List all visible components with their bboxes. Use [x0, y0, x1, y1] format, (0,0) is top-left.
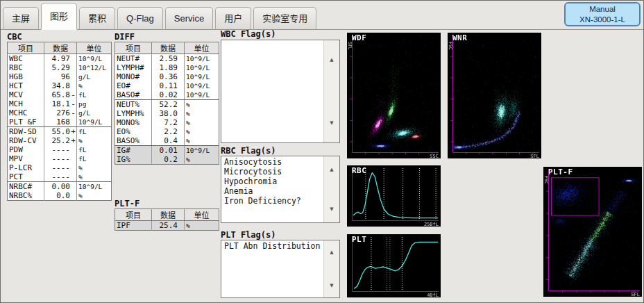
param-name: BASO# [115, 90, 152, 100]
param-value: 5.29 [52, 63, 71, 72]
param-data-cell: 276- [44, 108, 77, 117]
param-value: 18.1 [52, 99, 71, 108]
tab-strip: 主屏图形累积Q-FlagService用户实验室专用 [3, 3, 316, 30]
column-header: 项目 [8, 42, 44, 54]
table-row: PLT &F16810^9/L [8, 117, 112, 127]
param-data-cell: 0.0 [44, 191, 77, 201]
param-name: MCV [8, 90, 44, 99]
plt-flags-listbox[interactable]: PLT Abn Distribution ▲ ▼ [221, 240, 340, 298]
param-name: P-LCR [8, 163, 44, 172]
table-row: MCHC276-g/L [8, 108, 112, 117]
scroll-down-icon[interactable]: ▼ [324, 206, 339, 212]
param-unit: % [77, 163, 112, 172]
param-name: NRBC% [8, 191, 44, 201]
param-data-cell: 96 [44, 72, 77, 81]
param-value: 34.8 [52, 81, 71, 90]
diff-results-table: 项目数据单位NEUT#2.5910^9/LLYMPH#1.8910^9/LMON… [115, 42, 219, 165]
param-data-cell: 0.00 [44, 182, 77, 192]
param-name: BASO% [115, 136, 152, 146]
scroll-up-icon[interactable]: ▲ [324, 57, 339, 63]
pltf-scattergram: PLT-F FSC SFL [543, 167, 642, 297]
plot-title: WDF [352, 33, 366, 42]
flag-item: Iron Deficiency? [224, 196, 321, 206]
param-name: NEUT# [115, 54, 152, 64]
abnormal-flag: - [70, 90, 76, 99]
param-value: 7.2 [164, 118, 178, 127]
param-value: ---- [52, 163, 71, 172]
param-unit: 10^9/L [185, 72, 219, 81]
param-data-cell: 18.1- [44, 99, 77, 108]
table-row: NRBC#0.0010^9/L [8, 182, 112, 192]
param-value: 25.4 [160, 221, 178, 230]
plot-title: RBC [352, 166, 366, 175]
param-name: NRBC# [8, 182, 44, 192]
param-value: 38.0 [160, 109, 178, 118]
flag-item: Hypochromia [224, 177, 321, 186]
abnormal-flag: + [70, 127, 76, 136]
param-data-cell: 0.02 [152, 90, 185, 100]
param-data-cell: 4.97 [44, 54, 77, 64]
abnormal-flag: + [70, 136, 76, 145]
cbc-results-table: 项目数据单位WBC4.9710^9/LRBC5.2910^12/LHGB96g/… [7, 42, 112, 201]
param-data-cell: ---- [44, 145, 77, 154]
table-row: BASO%0.4% [115, 136, 219, 146]
param-data-cell: 5.29 [44, 63, 77, 72]
param-value: 2.59 [160, 54, 178, 63]
rbc-flags-scrollbar[interactable]: ▲ ▼ [323, 156, 339, 222]
tab-5[interactable]: 用户 [215, 7, 251, 30]
scroll-up-icon[interactable]: ▲ [324, 249, 339, 255]
plot-ylabel: FSC [543, 176, 549, 184]
param-value: 96 [61, 72, 70, 81]
param-value: 0.11 [160, 81, 178, 90]
param-value: 0.01 [160, 146, 178, 155]
wbc-flags-listbox[interactable]: ▲ ▼ [221, 40, 340, 143]
param-data-cell: 34.8 [44, 81, 77, 90]
plt-flags-scrollbar[interactable]: ▲ ▼ [323, 240, 339, 297]
table-row: PDW----fL [8, 145, 112, 154]
tab-0[interactable]: 主屏 [3, 7, 39, 30]
scroll-down-icon[interactable]: ▼ [324, 120, 339, 126]
param-unit: % [185, 221, 219, 231]
table-row: NRBC%0.0% [8, 191, 112, 201]
column-header: 项目 [115, 42, 152, 54]
rbc-flags-section-title: RBC Flag(s) [221, 146, 276, 156]
param-name: MPV [8, 154, 44, 163]
scroll-up-icon[interactable]: ▲ [324, 167, 339, 172]
param-unit: % [185, 136, 219, 146]
param-name: MCH [8, 99, 44, 108]
table-row: LYMPH%38.0% [115, 109, 219, 118]
plot-title: PLT [352, 235, 366, 244]
param-value: ---- [52, 172, 71, 181]
param-name: EO# [115, 81, 152, 90]
wbc-flags-scrollbar[interactable]: ▲ ▼ [323, 40, 339, 142]
scroll-down-icon[interactable]: ▼ [324, 283, 339, 288]
tab-4[interactable]: Service [165, 7, 213, 30]
param-value: 4.97 [52, 54, 71, 63]
param-name: PDW [8, 145, 44, 154]
rbc-flags-list: AnisocytosisMicrocytosisHypochromiaAnemi… [221, 156, 323, 222]
param-value: ---- [52, 154, 71, 163]
tbl-diff-grid: 项目数据单位NEUT#2.5910^9/LLYMPH#1.8910^9/LMON… [115, 42, 219, 165]
param-data-cell: 0.2 [152, 155, 185, 165]
tab-2[interactable]: 累积 [79, 7, 115, 30]
param-value: 276 [56, 108, 70, 117]
tab-6[interactable]: 实验室专用 [253, 7, 316, 30]
param-unit: 10^9/L [185, 54, 219, 64]
param-name: RDW-CV [8, 136, 44, 145]
plot-ylabel: SFL [347, 42, 353, 50]
mode-label: Manual [589, 4, 616, 15]
param-data-cell: 2.2 [152, 127, 185, 136]
table-row: IG%0.2% [115, 155, 219, 165]
analyzer-mode-button[interactable]: Manual XN-3000-1-L [564, 2, 641, 26]
param-unit: % [77, 191, 112, 201]
param-name: PCT [8, 172, 44, 182]
param-unit: % [185, 118, 219, 127]
param-value: 168 [56, 117, 70, 126]
plot-ylabel: FSC [448, 42, 453, 50]
tab-1[interactable]: 图形 [41, 3, 77, 30]
tab-3[interactable]: Q-Flag [117, 7, 163, 30]
param-unit: % [77, 81, 112, 90]
plot-xlabel: SSC [430, 154, 439, 159]
rbc-flags-listbox[interactable]: AnisocytosisMicrocytosisHypochromiaAnemi… [221, 156, 340, 223]
param-data-cell: 65.8- [44, 90, 77, 99]
